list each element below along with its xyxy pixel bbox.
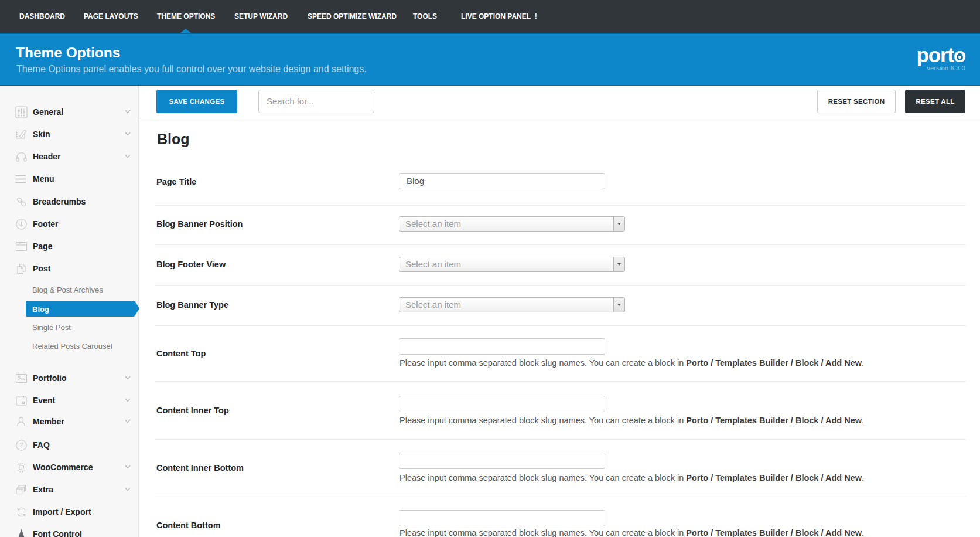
svg-text:?: ?: [20, 441, 23, 448]
